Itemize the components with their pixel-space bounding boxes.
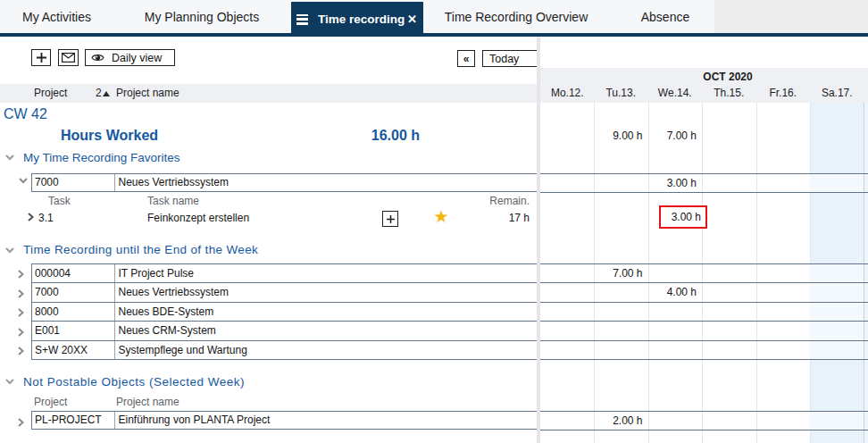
tab-absence[interactable]: Absence [630, 0, 700, 33]
sort-indicator: 2 [96, 84, 110, 103]
project-row[interactable]: 7000 Neues Vertriebssystem [31, 282, 537, 302]
grid-row-line [540, 321, 868, 322]
chevron-right-icon[interactable] [18, 308, 24, 317]
chevron-right-icon[interactable] [28, 213, 34, 222]
chevron-down-icon[interactable] [19, 178, 28, 184]
tab-my-activities[interactable]: My Activities [11, 0, 103, 33]
chevron-right-icon[interactable] [18, 270, 24, 279]
project-name-cell[interactable]: Neues CRM-System [115, 322, 538, 340]
day-header-tu[interactable]: Tu.13. [594, 85, 648, 103]
chevron-down-icon[interactable] [5, 155, 14, 161]
today-label: Today [489, 53, 519, 65]
add-time-entry-button[interactable] [382, 211, 398, 227]
weekend-row-cell [810, 341, 864, 360]
weekend-row-cell [810, 303, 864, 322]
sort-ascending-icon [103, 91, 110, 96]
close-icon[interactable]: ✕ [407, 13, 417, 25]
tab-time-recording-overview[interactable]: Time Recording Overview [438, 0, 595, 33]
project-id-cell[interactable]: S+W 20XX [32, 341, 115, 360]
plus-icon [386, 214, 396, 224]
chevron-right-icon[interactable] [18, 418, 24, 427]
tab-label: Time recording [318, 13, 405, 26]
project-tu-value[interactable]: 7.00 h [594, 267, 648, 280]
grid-row-line [540, 430, 868, 430]
tab-label: My Planning Objects [145, 10, 259, 24]
project-id-cell[interactable]: 000004 [32, 264, 115, 283]
weekend-column-next [864, 103, 868, 443]
chevron-down-icon[interactable] [5, 247, 14, 254]
grid-row-line [540, 173, 868, 174]
task-remaining-value: 17 h [440, 212, 530, 224]
project-name-cell[interactable]: Neues Vertriebssystem [115, 174, 538, 191]
grid-row-line [540, 282, 868, 283]
weekend-row-cell [810, 174, 864, 192]
column-header-project-name[interactable]: Project name [116, 84, 179, 103]
day-header-sa[interactable]: Sa.17. [810, 85, 864, 103]
calendar-week-title: CW 42 [4, 106, 47, 122]
project-row[interactable]: S+W 20XX Systempflege und Wartung [31, 340, 537, 360]
project-id-cell[interactable]: PL-PROJECT [32, 412, 115, 430]
project-column-header: Project [34, 396, 67, 408]
grid-row-line [540, 192, 868, 193]
favorite-project-row[interactable]: 7000 Neues Vertriebssystem [31, 173, 537, 192]
not-postable-tu-value[interactable]: 2.00 h [594, 414, 648, 427]
day-header-mo[interactable]: Mo.12. [540, 85, 595, 103]
project-name-cell[interactable]: Einführung von PLANTA Project [115, 412, 538, 430]
hours-worked-label: Hours Worked [61, 128, 158, 144]
day-header-fr[interactable]: Fr.16. [756, 85, 811, 103]
column-header-project[interactable]: Project [34, 84, 67, 103]
table-bottom-border [31, 359, 537, 360]
project-id-cell[interactable]: 7000 [32, 283, 115, 302]
section-title-week-recording[interactable]: Time Recording until the End of the Week [23, 243, 258, 256]
not-postable-row[interactable]: PL-PROJECT Einführung von PLANTA Project [31, 411, 537, 430]
weekend-row-cell [810, 412, 864, 430]
task-name-cell[interactable]: Feinkonzept erstellen [147, 212, 249, 224]
grid-column-line [648, 103, 649, 443]
selected-time-cell[interactable]: 3.00 h [659, 205, 707, 229]
double-chevron-left-icon: « [463, 53, 470, 65]
project-we-value[interactable]: 4.00 h [648, 286, 703, 298]
hours-worked-tu-value: 9.00 h [594, 130, 648, 142]
panel-splitter[interactable] [537, 37, 540, 443]
chevron-down-icon[interactable] [5, 379, 14, 385]
project-row[interactable]: E001 Neues CRM-System [31, 321, 537, 340]
previous-week-button[interactable]: « [457, 50, 475, 67]
project-name-cell[interactable]: IT Project Pulse [115, 264, 538, 283]
grid-row-line [540, 411, 868, 412]
task-we-value: 3.00 h [672, 211, 705, 223]
section-title-favorites[interactable]: My Time Recording Favorites [23, 151, 180, 164]
daily-view-button[interactable]: Daily view [85, 49, 175, 66]
day-header-we[interactable]: We.14. [648, 85, 703, 103]
today-button[interactable]: Today [482, 50, 539, 67]
tab-label: My Activities [22, 10, 91, 24]
project-id-cell[interactable]: E001 [32, 322, 115, 340]
task-id-cell[interactable]: 3.1 [38, 212, 54, 224]
grid-column-line [756, 103, 757, 443]
project-name-column-header: Project name [116, 396, 179, 408]
section-title-not-postable[interactable]: Not Postable Objects (Selected Week) [23, 375, 245, 389]
project-row[interactable]: 000004 IT Project Pulse [31, 263, 537, 283]
project-name-cell[interactable]: Neues BDE-System [115, 303, 538, 322]
tab-time-recording[interactable]: Time recording ✕ [291, 2, 423, 37]
weekend-row-cell [810, 264, 864, 283]
chevron-right-icon[interactable] [18, 289, 24, 298]
task-name-column-header: Task name [147, 195, 199, 207]
tab-my-planning-objects[interactable]: My Planning Objects [134, 0, 270, 33]
grid-row-line [540, 340, 868, 341]
add-button[interactable] [31, 49, 51, 66]
favorite-project-we-value[interactable]: 3.00 h [648, 177, 703, 189]
day-header-th[interactable]: Th.15. [702, 85, 756, 103]
project-id-cell[interactable]: 7000 [32, 174, 115, 191]
project-name-cell[interactable]: Neues Vertriebssystem [115, 283, 538, 302]
daily-view-label: Daily view [112, 52, 162, 64]
chevron-right-icon[interactable] [18, 328, 24, 337]
project-id-cell[interactable]: 8000 [32, 303, 115, 322]
month-label: OCT 2020 [674, 68, 781, 85]
chevron-right-icon[interactable] [18, 347, 24, 355]
project-name-cell[interactable]: Systempflege und Wartung [115, 341, 538, 360]
mail-button[interactable] [58, 49, 79, 66]
weekend-row-cell [810, 283, 864, 302]
grid-row-line [540, 359, 868, 360]
grid-column-line [702, 103, 703, 443]
project-row[interactable]: 8000 Neues BDE-System [31, 302, 537, 322]
